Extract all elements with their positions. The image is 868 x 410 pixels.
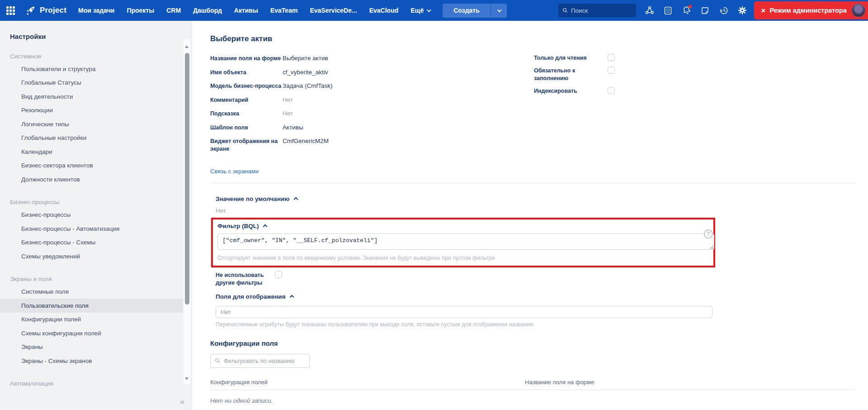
sidebar-item-global-statuses[interactable]: Глобальные Статусы <box>0 76 192 90</box>
create-button[interactable]: Создать <box>443 4 491 18</box>
display-fields-input[interactable] <box>216 306 712 318</box>
toggle-row: Индексировать <box>534 87 615 95</box>
menu-evateam[interactable]: EvaTeam <box>270 7 297 14</box>
sidebar-item-bp-automation[interactable]: Бизнес-процессы - Автоматизация <box>0 222 192 236</box>
menu-more[interactable]: Ещё <box>410 7 430 14</box>
bql-filter-textarea[interactable]: ["cmf_owner", "IN", "__SELF.cf_polzovate… <box>217 234 714 250</box>
gear-icon[interactable] <box>737 5 748 16</box>
sidebar-item-client-positions[interactable]: Должности клиентов <box>0 172 192 186</box>
menu-assets[interactable]: Активы <box>234 7 258 14</box>
field-row: Виджет отображения на экране CmfGenericM… <box>210 137 534 153</box>
toggle-label: Только для чтения <box>534 54 608 62</box>
chevron-down-icon <box>427 8 431 12</box>
menu-evacloud[interactable]: EvaCloud <box>369 7 399 14</box>
top-menu: Мои задачи Проекты CRM Дашборд Активы Ev… <box>78 7 430 14</box>
settings-sidebar: Настройки Системное Пользователи и струк… <box>0 21 192 410</box>
sidebar-item-business-processes[interactable]: Бизнес-процессы <box>0 208 192 222</box>
sidebar-item-system-fields[interactable]: Системные поля <box>0 285 192 299</box>
toggle-label: Индексировать <box>534 87 608 95</box>
menu-my-tasks[interactable]: Мои задачи <box>78 7 114 14</box>
search-icon <box>562 7 568 14</box>
sidebar-item-notification-schemes[interactable]: Схемы уведомлений <box>0 249 192 263</box>
screens-link[interactable]: Связь с экранами <box>210 168 259 175</box>
history-icon[interactable] <box>718 5 729 16</box>
scrollbar-thumb[interactable] <box>185 53 189 305</box>
sidebar-item-business-sectors[interactable]: Бизнес-сектора клиентов <box>0 159 192 173</box>
page-title: Выберите актив <box>210 34 854 43</box>
no-other-filters-label: Не использовать другие фильтры <box>216 272 275 287</box>
field-value: Задача (CmfTask) <box>283 82 333 90</box>
global-search <box>558 4 636 17</box>
logo[interactable]: Project <box>25 5 66 16</box>
share-network-icon[interactable] <box>644 5 655 16</box>
scroll-up-icon[interactable] <box>185 45 189 48</box>
field-row: Название поля на форме Выберите актив <box>210 54 534 62</box>
menu-dashboard[interactable]: Дашборд <box>193 7 222 14</box>
create-dropdown-button[interactable] <box>491 4 507 18</box>
sidebar-item-logic-types[interactable]: Логические типы <box>0 117 192 131</box>
configs-filter-input[interactable] <box>224 358 305 364</box>
no-other-filters-row: Не использовать другие фильтры <box>216 272 854 287</box>
bql-filter-section-toggle[interactable]: Фильтр (BQL) <box>217 223 708 229</box>
main-content: Выберите актив Название поля на форме Вы… <box>192 21 868 410</box>
required-checkbox[interactable] <box>608 67 615 74</box>
no-other-filters-checkbox[interactable] <box>275 271 282 278</box>
bql-filter-highlight-box: Фильтр (BQL) ["cmf_owner", "IN", "__SELF… <box>211 218 715 267</box>
sidebar-item-field-config-schemes[interactable]: Схемы конфигурации полей <box>0 326 192 340</box>
field-label: Подсказка <box>210 110 283 118</box>
default-value-section-toggle[interactable]: Значение по умолчанию <box>216 195 854 202</box>
field-details: Название поля на форме Выберите актив Им… <box>210 54 534 159</box>
bell-icon[interactable] <box>681 5 692 16</box>
sidebar-item-custom-fields[interactable]: Пользовательские поля <box>0 299 183 313</box>
field-value: Выберите актив <box>283 54 328 62</box>
sidebar-section-system: Системное <box>0 50 192 62</box>
field-value: CmfGenericM2M <box>283 137 329 153</box>
search-input[interactable] <box>571 7 632 14</box>
scroll-down-icon[interactable] <box>185 377 189 380</box>
sidebar-title: Настройки <box>0 21 192 40</box>
sidebar-item-users-structure[interactable]: Пользователи и структура <box>0 62 192 76</box>
field-row: Имя объекта cf_vyberite_aktiv <box>210 68 534 76</box>
sidebar-scrollbar[interactable] <box>184 39 190 385</box>
sidebar-collapse-button[interactable]: « <box>180 397 184 406</box>
chevron-up-icon <box>289 295 294 300</box>
readonly-checkbox[interactable] <box>608 54 615 61</box>
sidebar-section-automation: Автоматизация <box>0 378 192 390</box>
sidebar-item-calendars[interactable]: Календари <box>0 145 192 159</box>
configs-table-header: Конфигурация полей Название поля на форм… <box>210 379 854 386</box>
toggle-row: Обязательно к заполнению <box>534 67 615 82</box>
field-row: Модель бизнес-процесса Задача (CmfTask) <box>210 82 534 90</box>
field-row: Подсказка Нет <box>210 110 534 118</box>
menu-evaservicedesk[interactable]: EvaServiceDe... <box>310 7 357 14</box>
menu-crm[interactable]: CRM <box>166 7 181 14</box>
admin-mode-button[interactable]: × Режим администратора <box>754 1 868 19</box>
sidebar-item-resolutions[interactable]: Резолюции <box>0 104 192 118</box>
bql-filter-hint: Отсортирует значение в поле по введенном… <box>217 255 708 261</box>
field-configs-title: Конфигурации поля <box>210 339 854 347</box>
menu-projects[interactable]: Проекты <box>127 7 154 14</box>
field-value: cf_vyberite_aktiv <box>283 68 328 76</box>
chevron-up-icon <box>293 197 298 202</box>
configs-filter <box>210 354 310 368</box>
default-value-title: Значение по умолчанию <box>216 195 290 202</box>
logo-text: Project <box>40 6 66 15</box>
apps-grid-icon[interactable] <box>6 6 15 15</box>
sidebar-item-global-settings[interactable]: Глобальные настройки <box>0 131 192 145</box>
sidebar-item-screens[interactable]: Экраны <box>0 340 192 354</box>
avatar[interactable] <box>852 4 865 17</box>
indexed-checkbox[interactable] <box>608 87 615 94</box>
sidebar-item-screen-schemes[interactable]: Экраны - Схемы экранов <box>0 354 192 368</box>
help-icon[interactable]: ? <box>704 229 713 238</box>
field-label: Название поля на форме <box>210 54 283 62</box>
field-label: Комментарий <box>210 96 283 104</box>
sidebar-item-activity-type[interactable]: Вид деятельности <box>0 90 192 104</box>
display-fields-section-toggle[interactable]: Поля для отображения <box>216 293 854 300</box>
sidebar-item-bp-schemes[interactable]: Бизнес-процессы - Схемы <box>0 236 192 250</box>
chevron-up-icon <box>263 224 267 229</box>
topbar: Project Мои задачи Проекты CRM Дашборд А… <box>0 0 868 21</box>
sidebar-item-field-configs[interactable]: Конфигурации полей <box>0 313 192 327</box>
note-icon[interactable] <box>700 5 711 16</box>
apps-card-icon[interactable] <box>663 5 674 16</box>
notification-dot <box>689 5 692 8</box>
column-field-config: Конфигурация полей <box>210 379 525 386</box>
